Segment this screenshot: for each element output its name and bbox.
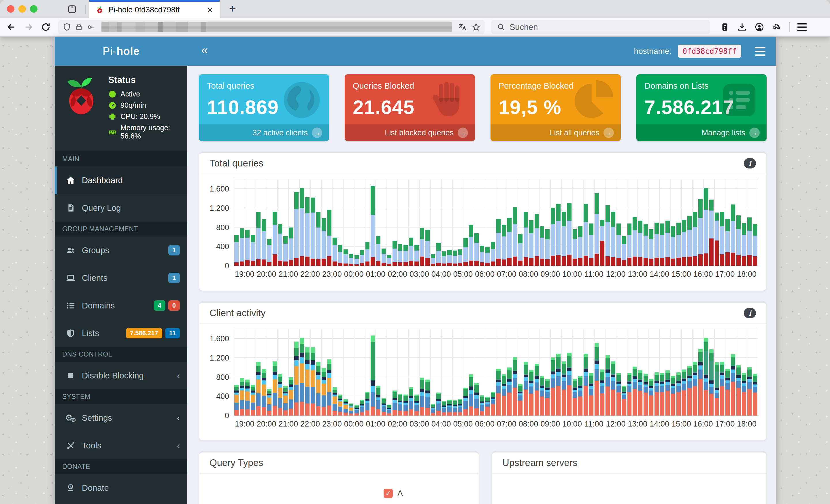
firefox-view-icon[interactable] xyxy=(67,4,77,14)
status-rate: 90q/min xyxy=(121,101,146,109)
bar-segment-client-cyan xyxy=(404,403,408,405)
address-bar[interactable] xyxy=(58,20,485,34)
sidebar-item-dashboard[interactable]: Dashboard xyxy=(55,166,187,194)
sidebar-item-groups[interactable]: Groups 1 xyxy=(55,236,187,264)
bar-segment-client-green xyxy=(404,396,408,401)
extensions-puzzle-icon[interactable] xyxy=(772,22,781,32)
bar-segment-client-mint xyxy=(725,369,730,371)
bar-segment-client-green xyxy=(671,377,675,383)
bar-segment-client-steelblue xyxy=(583,376,588,386)
bar-segment-blue-middle xyxy=(316,228,320,259)
bar-segment-client-coral xyxy=(611,390,615,415)
x-axis-tick-label: 14:00 xyxy=(649,270,669,279)
sidebar-item-tools[interactable]: Tools ‹ xyxy=(55,432,187,459)
sidebar-item-domains[interactable]: Domains 4 0 xyxy=(55,292,187,320)
bar-segment-blue-middle xyxy=(709,210,713,238)
bar-segment-client-navy xyxy=(289,384,293,387)
bar-segment-client-green xyxy=(464,390,468,396)
sidebar-collapse-button[interactable]: « xyxy=(201,44,208,59)
bar-segment-red-bottom xyxy=(376,261,380,266)
stacked-bar xyxy=(234,179,238,266)
bar-segment-client-cyan xyxy=(234,393,238,395)
bar-segment-client-green xyxy=(360,401,364,404)
bar-segment-green-top xyxy=(414,245,419,250)
bar-segment-red-bottom xyxy=(529,258,534,266)
pihole-logo[interactable]: Pi-hole xyxy=(55,45,187,58)
account-icon[interactable] xyxy=(755,22,764,32)
bar-segment-client-green xyxy=(660,375,664,381)
window-close-button[interactable] xyxy=(7,5,14,13)
new-tab-button[interactable]: + xyxy=(226,2,239,15)
tracking-protection-shield-icon[interactable] xyxy=(62,23,71,32)
bar-segment-red-bottom xyxy=(491,262,495,266)
bar-segment-client-steelblue xyxy=(551,378,555,388)
bar-segment-client-coral xyxy=(562,390,566,415)
reload-button[interactable] xyxy=(40,21,52,33)
password-manager-icon[interactable] xyxy=(720,22,730,32)
window-zoom-button[interactable] xyxy=(30,5,37,13)
sidebar-item-clients[interactable]: Clients 1 xyxy=(55,264,187,292)
bar-segment-green-top xyxy=(409,238,413,246)
bookmark-star-icon[interactable] xyxy=(472,23,481,32)
search-bar[interactable]: Suchen xyxy=(491,20,710,34)
info-icon[interactable]: i xyxy=(744,158,756,168)
sidebar-item-settings[interactable]: ⚙⚙ Settings ‹ xyxy=(55,404,187,432)
tab-close-icon[interactable]: × xyxy=(205,5,215,15)
bar-segment-green-top xyxy=(464,238,468,247)
stacked-bar xyxy=(742,329,746,415)
window-minimize-button[interactable] xyxy=(19,5,26,13)
bar-segment-red-bottom xyxy=(387,264,391,266)
downloads-icon[interactable] xyxy=(737,22,747,32)
bar-segment-client-steelblue xyxy=(349,411,353,413)
stacked-bar xyxy=(649,329,653,415)
lock-icon[interactable] xyxy=(74,23,84,32)
bar-segment-client-steelblue xyxy=(338,407,342,412)
bar-segment-client-cyan xyxy=(562,377,566,381)
info-icon[interactable]: i xyxy=(744,308,756,318)
stacked-bar xyxy=(611,179,615,266)
bar-segment-client-cyan xyxy=(665,382,670,384)
stacked-bar xyxy=(628,179,632,266)
legend-checkbox-A[interactable]: ✓ xyxy=(384,489,393,498)
domains-allowed-badge: 4 xyxy=(154,300,165,311)
bar-segment-client-green xyxy=(332,390,337,393)
sidebar-item-lists[interactable]: Lists 7.586.217 11 xyxy=(55,320,187,347)
x-axis-tick-label: 16:00 xyxy=(693,270,713,279)
card-link-active-clients[interactable]: 32 active clients → xyxy=(199,125,329,141)
bar-segment-client-cyan xyxy=(535,379,539,383)
bar-segment-client-cyan xyxy=(736,378,741,381)
bar-segment-client-coral xyxy=(474,408,479,415)
bar-segment-client-mint xyxy=(240,378,244,381)
bar-segment-client-steelblue xyxy=(392,403,397,410)
bar-segment-blue-middle xyxy=(387,258,391,264)
sidebar-item-disable-blocking[interactable]: Disable Blocking ‹ xyxy=(55,362,187,390)
back-button[interactable] xyxy=(5,21,17,33)
card-link-all-queries[interactable]: List all queries → xyxy=(490,125,621,141)
sidebar-header-group-management: GROUP MANAGEMENT xyxy=(55,222,187,236)
browser-tab[interactable]: Pi-hole 0fd38cd798ff × xyxy=(89,0,220,18)
window-controls xyxy=(7,5,37,13)
pihole-menu-icon[interactable] xyxy=(755,47,765,56)
sidebar-item-donate[interactable]: $ Donate xyxy=(55,474,187,502)
list-panel-icon xyxy=(717,78,761,122)
translate-icon[interactable] xyxy=(458,23,467,32)
x-axis-tick-label: 20:00 xyxy=(257,419,276,429)
card-link-manage-lists[interactable]: Manage lists → xyxy=(636,125,767,141)
forward-button[interactable] xyxy=(23,21,35,33)
card-link-blocked-queries[interactable]: List blocked queries → xyxy=(345,125,475,141)
stacked-bar xyxy=(731,329,735,415)
bar-segment-red-bottom xyxy=(682,257,686,266)
permissions-key-icon[interactable] xyxy=(87,23,96,32)
browser-menu-icon[interactable] xyxy=(797,23,807,31)
bar-segment-green-top xyxy=(398,244,402,251)
sidebar-item-query-log[interactable]: Query Log xyxy=(55,194,187,222)
bar-segment-client-steelblue xyxy=(436,403,441,410)
bar-segment-client-steelblue xyxy=(731,373,735,382)
bar-segment-client-mint xyxy=(273,362,277,366)
bar-segment-blue-middle xyxy=(371,215,375,257)
stacked-bar xyxy=(414,329,419,415)
bar-segment-client-navy xyxy=(240,385,244,388)
tabbar-separator xyxy=(85,5,86,14)
bar-segment-client-cyan xyxy=(573,390,577,392)
bar-segment-client-steelblue xyxy=(660,386,664,392)
